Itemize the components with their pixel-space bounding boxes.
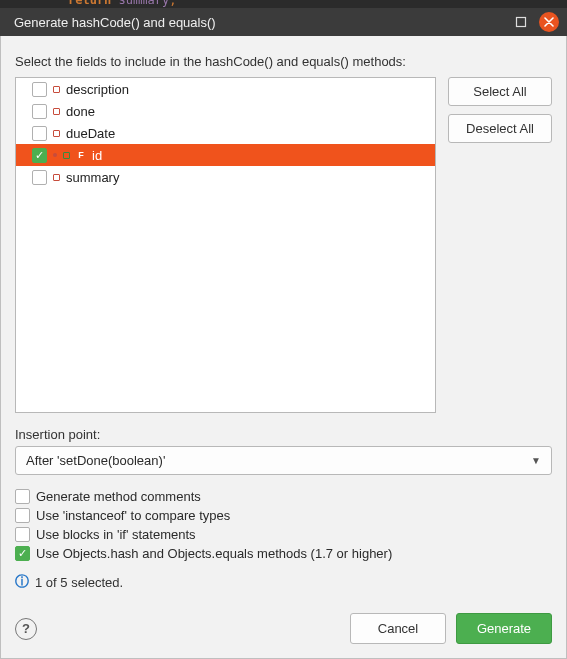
- field-name-label: dueDate: [66, 126, 115, 141]
- field-checkbox[interactable]: [32, 104, 47, 119]
- option-row[interactable]: Use Objects.hash and Objects.equals meth…: [15, 546, 552, 561]
- restore-window-button[interactable]: [511, 12, 531, 32]
- field-row-done[interactable]: done: [16, 100, 435, 122]
- cancel-button[interactable]: Cancel: [350, 613, 446, 644]
- insertion-point-combo[interactable]: After 'setDone(boolean)' ▼: [15, 446, 552, 475]
- field-type-icon: [53, 130, 60, 137]
- option-label: Use Objects.hash and Objects.equals meth…: [36, 546, 392, 561]
- select-all-button[interactable]: Select All: [448, 77, 552, 106]
- option-row[interactable]: Use blocks in 'if' statements: [15, 527, 552, 542]
- field-name-label: summary: [66, 170, 119, 185]
- field-checkbox[interactable]: [32, 126, 47, 141]
- field-checkbox[interactable]: [32, 82, 47, 97]
- selection-buttons: Select All Deselect All: [448, 77, 552, 413]
- field-checkbox[interactable]: [32, 148, 47, 163]
- chevron-down-icon: ▼: [531, 455, 541, 466]
- option-label: Use 'instanceof' to compare types: [36, 508, 230, 523]
- deselect-all-button[interactable]: Deselect All: [448, 114, 552, 143]
- instruction-label: Select the fields to include in the hash…: [15, 54, 552, 69]
- generate-button[interactable]: Generate: [456, 613, 552, 644]
- field-row-dueDate[interactable]: dueDate: [16, 122, 435, 144]
- option-label: Use blocks in 'if' statements: [36, 527, 196, 542]
- field-type-icon: [63, 152, 70, 159]
- dialog-body: Select the fields to include in the hash…: [0, 36, 567, 659]
- window-title: Generate hashCode() and equals(): [14, 15, 216, 30]
- field-name-label: id: [92, 148, 102, 163]
- editor-background: return summary;: [0, 0, 567, 8]
- option-checkbox[interactable]: [15, 489, 30, 504]
- info-icon: ⓘ: [15, 573, 29, 591]
- svg-rect-0: [517, 18, 526, 27]
- option-checkbox[interactable]: [15, 508, 30, 523]
- field-checkbox[interactable]: [32, 170, 47, 185]
- dialog-footer: ? Cancel Generate: [15, 613, 552, 644]
- options-group: Generate method commentsUse 'instanceof'…: [15, 489, 552, 561]
- visibility-icon: [53, 153, 57, 157]
- option-row[interactable]: Generate method comments: [15, 489, 552, 504]
- final-badge-icon: F: [76, 150, 86, 160]
- insertion-point-value: After 'setDone(boolean)': [26, 453, 165, 468]
- field-row-id[interactable]: Fid: [16, 144, 435, 166]
- field-row-summary[interactable]: summary: [16, 166, 435, 188]
- insertion-point-label: Insertion point:: [15, 427, 552, 442]
- fields-list[interactable]: descriptiondonedueDateFidsummary: [15, 77, 436, 413]
- field-type-icon: [53, 108, 60, 115]
- help-button[interactable]: ?: [15, 618, 37, 640]
- option-checkbox[interactable]: [15, 527, 30, 542]
- close-window-button[interactable]: [539, 12, 559, 32]
- status-text: 1 of 5 selected.: [35, 575, 123, 590]
- field-name-label: done: [66, 104, 95, 119]
- option-row[interactable]: Use 'instanceof' to compare types: [15, 508, 552, 523]
- status-line: ⓘ 1 of 5 selected.: [15, 573, 552, 591]
- field-type-icon: [53, 86, 60, 93]
- field-row-description[interactable]: description: [16, 78, 435, 100]
- option-checkbox[interactable]: [15, 546, 30, 561]
- option-label: Generate method comments: [36, 489, 201, 504]
- field-selection-row: descriptiondonedueDateFidsummary Select …: [15, 77, 552, 413]
- titlebar: Generate hashCode() and equals(): [0, 8, 567, 36]
- field-type-icon: [53, 174, 60, 181]
- field-name-label: description: [66, 82, 129, 97]
